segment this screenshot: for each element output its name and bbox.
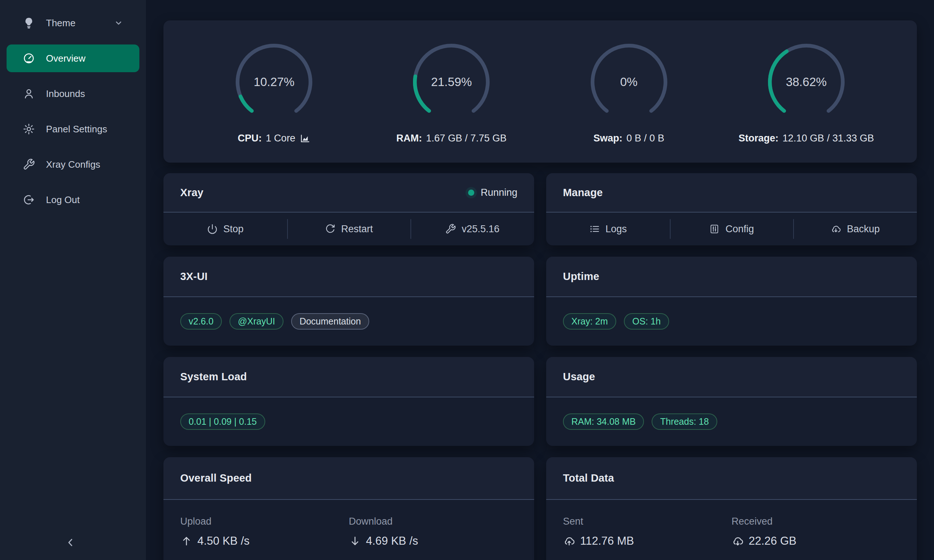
swap-label: Swap:0 B / 0 B (593, 133, 664, 144)
backup-button[interactable]: Backup (793, 212, 917, 245)
cpu-chart-icon[interactable] (299, 133, 310, 144)
logout-icon (23, 194, 35, 206)
xui-card: 3X-UI v2.6.0 @XrayUI Documentation (163, 257, 534, 346)
received-metric: Received 22.26 GB (732, 516, 900, 548)
sidebar-item-inbounds[interactable]: Inbounds (6, 80, 139, 108)
sidebar-item-theme[interactable]: Theme (6, 9, 139, 37)
ram-percent: 21.59% (411, 42, 492, 123)
sidebar-collapse-button[interactable] (64, 534, 82, 551)
sidebar-item-log-out[interactable]: Log Out (6, 186, 139, 214)
gear-icon (23, 123, 35, 135)
sent-metric: Sent 112.76 MB (563, 516, 732, 548)
storage-percent: 38.62% (766, 42, 847, 123)
ram-label: RAM:1.67 GB / 7.75 GB (396, 133, 506, 144)
sidebar-item-overview[interactable]: Overview (6, 45, 139, 72)
chevron-left-icon (64, 536, 82, 549)
cpu-gauge: 10.27% CPU:1 Core (185, 42, 363, 163)
version-tag[interactable]: v2.6.0 (180, 313, 222, 329)
restart-icon (325, 223, 336, 234)
arrow-down-icon (349, 535, 361, 547)
xray-status: Running (468, 187, 517, 198)
sidebar-item-label: Theme (46, 17, 76, 29)
sliders-icon (709, 223, 720, 234)
telegram-tag[interactable]: @XrayUI (230, 313, 284, 329)
usage-card: Usage RAM: 34.08 MB Threads: 18 (546, 357, 917, 446)
power-icon (207, 223, 218, 234)
dashboard-icon (23, 52, 35, 65)
system-load-card-title: System Load (180, 371, 247, 383)
xray-restart-button[interactable]: Restart (287, 212, 411, 245)
sidebar-item-label: Log Out (46, 194, 80, 206)
swap-gauge: 0% Swap:0 B / 0 B (540, 42, 718, 163)
system-load-card: System Load 0.01 | 0.09 | 0.15 (163, 357, 534, 446)
xray-uptime-tag: Xray: 2m (563, 313, 616, 329)
xray-version-button[interactable]: v25.5.16 (410, 212, 534, 245)
sidebar-nav: Theme Overview Inbounds Panel Settings (0, 0, 146, 214)
download-metric: Download 4.69 KB /s (349, 516, 517, 548)
list-icon (589, 223, 600, 234)
logs-button[interactable]: Logs (546, 212, 670, 245)
sidebar-item-label: Inbounds (46, 88, 85, 100)
upload-metric: Upload 4.50 KB /s (180, 516, 349, 548)
documentation-tag[interactable]: Documentation (291, 313, 369, 329)
cloud-upload-icon (563, 535, 575, 547)
ram-usage-tag: RAM: 34.08 MB (563, 414, 644, 430)
system-gauges-card: 10.27% CPU:1 Core 21.59% RAM:1.67 GB / 7… (163, 20, 917, 163)
xray-card: Xray Running Stop Restart (163, 173, 534, 245)
uptime-card: Uptime Xray: 2m OS: 1h (546, 257, 917, 346)
user-icon (23, 88, 35, 100)
status-label: Running (481, 187, 517, 198)
xray-stop-button[interactable]: Stop (163, 212, 287, 245)
arrow-up-icon (180, 535, 193, 547)
sidebar-item-xray-configs[interactable]: Xray Configs (6, 151, 139, 178)
overall-speed-card: Overall Speed Upload 4.50 KB /s Download (163, 457, 534, 560)
os-uptime-tag: OS: 1h (624, 313, 669, 329)
wrench-icon (445, 223, 456, 234)
cpu-label: CPU:1 Core (238, 133, 310, 144)
cloud-download-icon (732, 535, 744, 547)
sidebar-item-panel-settings[interactable]: Panel Settings (6, 115, 139, 143)
sidebar-item-label: Panel Settings (46, 124, 107, 135)
overall-speed-card-title: Overall Speed (180, 472, 252, 484)
storage-gauge: 38.62% Storage:12.10 GB / 31.33 GB (718, 42, 895, 163)
status-dot (468, 189, 474, 196)
main-content: 10.27% CPU:1 Core 21.59% RAM:1.67 GB / 7… (146, 0, 934, 560)
chevron-down-icon (114, 18, 123, 28)
sidebar-item-label: Xray Configs (46, 159, 100, 170)
cpu-percent: 10.27% (233, 42, 314, 123)
xui-card-title: 3X-UI (180, 271, 208, 283)
threads-tag: Threads: 18 (652, 414, 717, 430)
xray-card-title: Xray (180, 187, 203, 199)
load-average-tag: 0.01 | 0.09 | 0.15 (180, 414, 265, 430)
cloud-download-icon (831, 223, 842, 234)
total-data-card-title: Total Data (563, 472, 614, 484)
swap-percent: 0% (589, 42, 669, 123)
total-data-card: Total Data Sent 112.76 MB Received (546, 457, 917, 560)
storage-label: Storage:12.10 GB / 31.33 GB (738, 133, 874, 144)
config-button[interactable]: Config (670, 212, 794, 245)
uptime-card-title: Uptime (563, 271, 600, 283)
wrench-icon (23, 158, 35, 171)
usage-card-title: Usage (563, 371, 595, 383)
sidebar: Theme Overview Inbounds Panel Settings (0, 0, 146, 560)
bulb-icon (23, 17, 35, 29)
manage-card: Manage Logs Config (546, 173, 917, 245)
manage-card-title: Manage (563, 187, 603, 199)
ram-gauge: 21.59% RAM:1.67 GB / 7.75 GB (363, 42, 540, 163)
sidebar-item-label: Overview (46, 53, 85, 64)
